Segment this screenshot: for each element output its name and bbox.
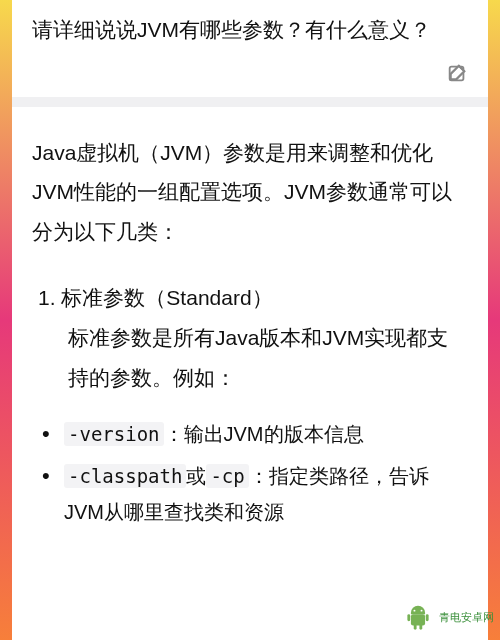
section-heading: 1. 标准参数（Standard）	[32, 278, 468, 318]
section-desc: 标准参数是所有Java版本和JVM实现都支持的参数。例如：	[32, 318, 468, 398]
section-title: 标准参数（Standard）	[61, 286, 272, 309]
bullet-list: -version：输出JVM的版本信息 -classpath或-cp：指定类路径…	[32, 416, 468, 530]
list-item: -classpath或-cp：指定类路径，告诉JVM从哪里查找类和资源	[38, 458, 468, 530]
watermark-text: 青电安卓网	[439, 610, 494, 625]
code-token: -cp	[206, 464, 248, 488]
screen: 请详细说说JVM有哪些参数？有什么意义？ Java虚拟机（JVM）参数是用来调整…	[12, 0, 488, 640]
section-number: 1.	[38, 286, 56, 309]
answer-card: Java虚拟机（JVM）参数是用来调整和优化JVM性能的一组配置选项。JVM参数…	[12, 107, 488, 640]
svg-point-6	[413, 610, 415, 612]
watermark: 青电安卓网	[401, 600, 494, 634]
question-text: 请详细说说JVM有哪些参数？有什么意义？	[32, 14, 468, 47]
list-item: -version：输出JVM的版本信息	[38, 416, 468, 452]
svg-rect-3	[426, 614, 429, 621]
section-1: 1. 标准参数（Standard） 标准参数是所有Java版本和JVM实现都支持…	[32, 278, 468, 398]
divider-gap	[12, 97, 488, 107]
svg-point-7	[421, 610, 423, 612]
code-token: -version	[64, 422, 164, 446]
svg-rect-4	[414, 624, 417, 630]
question-card: 请详细说说JVM有哪些参数？有什么意义？	[12, 0, 488, 97]
bullet-text: 或	[186, 465, 206, 487]
svg-rect-1	[411, 614, 425, 625]
code-token: -classpath	[64, 464, 186, 488]
svg-rect-5	[419, 624, 422, 630]
edit-icon[interactable]	[446, 63, 468, 85]
answer-intro: Java虚拟机（JVM）参数是用来调整和优化JVM性能的一组配置选项。JVM参数…	[32, 133, 468, 253]
android-icon	[401, 600, 435, 634]
bullet-text: ：输出JVM的版本信息	[164, 423, 364, 445]
svg-rect-2	[407, 614, 410, 621]
